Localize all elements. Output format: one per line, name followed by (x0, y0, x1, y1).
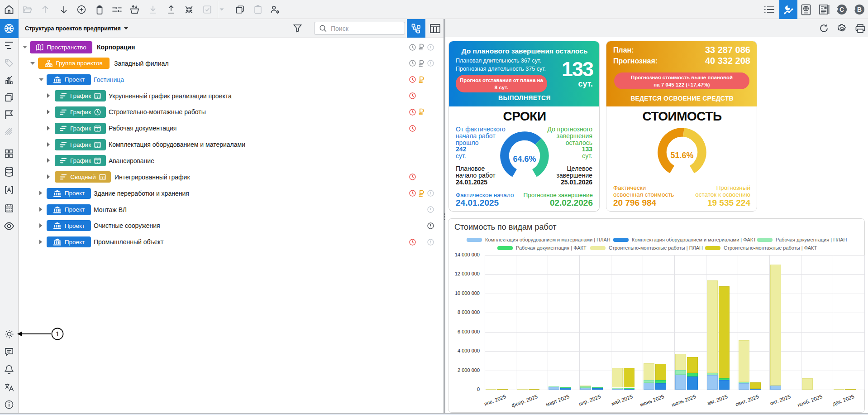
svg-text:1: 1 (56, 330, 59, 338)
